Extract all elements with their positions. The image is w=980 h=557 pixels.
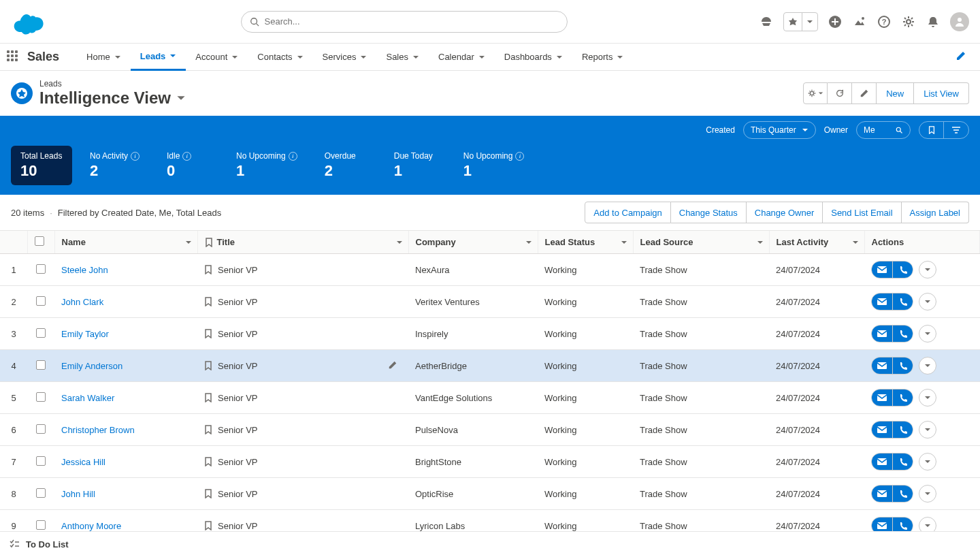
bookmark-icon[interactable] (204, 265, 212, 274)
nav-item-home[interactable]: Home (77, 44, 131, 71)
image-icon[interactable] (852, 14, 867, 29)
lead-name-link[interactable]: Emily Taylor (61, 329, 109, 339)
bookmark-icon[interactable] (204, 329, 212, 338)
bookmark-icon[interactable] (204, 393, 212, 402)
nav-item-calendar[interactable]: Calendar (429, 44, 495, 71)
email-button[interactable] (872, 357, 892, 374)
global-search[interactable] (241, 11, 568, 33)
nav-item-reports[interactable]: Reports (572, 44, 634, 71)
created-filter[interactable]: This Quarter (743, 121, 816, 139)
phone-button[interactable] (892, 325, 913, 342)
row-checkbox[interactable] (36, 520, 46, 530)
row-menu-button[interactable] (919, 325, 936, 343)
lead-name-link[interactable]: John Hill (61, 489, 95, 499)
col-last-activity[interactable]: Last Activity (769, 231, 864, 254)
nav-item-leads[interactable]: Leads (131, 44, 186, 71)
favorites-button[interactable] (783, 12, 818, 31)
row-menu-button[interactable] (919, 357, 936, 375)
metric-total-leads[interactable]: Total Leads10 (11, 146, 72, 185)
edit-nav-icon[interactable] (956, 50, 966, 63)
lead-name-link[interactable]: Christopher Brown (61, 425, 135, 435)
row-menu-button[interactable] (919, 421, 936, 439)
lead-name-link[interactable]: Jessica Hill (61, 457, 105, 467)
col-name[interactable]: Name (54, 231, 197, 254)
bookmark-icon[interactable] (204, 297, 212, 306)
nav-item-dashboards[interactable]: Dashboards (495, 44, 572, 71)
lead-name-link[interactable]: Steele John (61, 265, 108, 275)
bookmark-icon[interactable] (204, 425, 212, 434)
app-launcher-icon[interactable] (7, 50, 20, 64)
edit-list-button[interactable] (852, 82, 877, 104)
email-button[interactable] (872, 421, 892, 438)
add-to-campaign-button[interactable]: Add to Campaign (585, 202, 670, 223)
phone-button[interactable] (892, 421, 913, 438)
user-avatar[interactable] (950, 12, 969, 31)
salesforce-logo[interactable] (11, 8, 49, 35)
metric-idle[interactable]: Idlei0 (157, 146, 218, 185)
trailhead-icon[interactable] (759, 14, 774, 29)
row-checkbox[interactable] (36, 264, 46, 274)
col-select[interactable] (27, 231, 54, 254)
row-checkbox[interactable] (36, 360, 46, 370)
metric-no-upcoming[interactable]: No Upcomingi1 (454, 146, 534, 185)
add-icon[interactable] (828, 14, 843, 29)
bookmark-icon[interactable] (204, 457, 212, 466)
bookmark-icon[interactable] (204, 521, 212, 530)
col-company[interactable]: Company (408, 231, 538, 254)
phone-button[interactable] (892, 389, 913, 406)
list-settings-button[interactable] (803, 82, 828, 104)
email-button[interactable] (872, 486, 892, 502)
refresh-button[interactable] (828, 82, 852, 104)
phone-button[interactable] (892, 261, 913, 278)
row-checkbox[interactable] (36, 392, 46, 402)
col-title[interactable]: Title (197, 231, 408, 254)
owner-filter[interactable]: Me (856, 121, 911, 139)
row-menu-button[interactable] (919, 485, 936, 503)
row-checkbox[interactable] (36, 296, 46, 306)
row-checkbox[interactable] (36, 424, 46, 434)
page-title[interactable]: Intelligence View (39, 89, 186, 108)
nav-item-account[interactable]: Account (186, 44, 248, 71)
lead-name-link[interactable]: Emily Anderson (61, 361, 122, 371)
bookmark-view-button[interactable] (919, 122, 944, 138)
metric-no-activity[interactable]: No Activityi2 (80, 146, 149, 185)
metric-overdue[interactable]: Overdue2 (315, 146, 376, 185)
filter-view-button[interactable] (944, 122, 968, 138)
list-view-button[interactable]: List View (914, 82, 969, 104)
email-button[interactable] (872, 261, 892, 278)
todo-label[interactable]: To Do List (26, 539, 69, 550)
phone-button[interactable] (892, 293, 913, 310)
bookmark-icon[interactable] (204, 361, 212, 370)
edit-cell-icon[interactable] (388, 360, 397, 372)
row-menu-button[interactable] (919, 389, 936, 407)
star-icon[interactable] (784, 13, 802, 31)
col-lead-source[interactable]: Lead Source (633, 231, 769, 254)
assign-label-button[interactable]: Assign Label (902, 202, 969, 223)
row-checkbox[interactable] (36, 328, 46, 338)
nav-item-contacts[interactable]: Contacts (248, 44, 312, 71)
send-list-email-button[interactable]: Send List Email (823, 202, 901, 223)
row-menu-button[interactable] (919, 293, 936, 311)
lead-name-link[interactable]: John Clark (61, 297, 103, 307)
row-menu-button[interactable] (919, 261, 936, 278)
nav-item-sales[interactable]: Sales (376, 44, 429, 71)
row-checkbox[interactable] (36, 456, 46, 466)
email-button[interactable] (872, 389, 892, 406)
metric-due-today[interactable]: Due Today1 (385, 146, 446, 185)
setup-gear-icon[interactable] (901, 14, 916, 29)
col-lead-status[interactable]: Lead Status (538, 231, 633, 254)
lead-name-link[interactable]: Anthony Moore (61, 521, 121, 531)
new-button[interactable]: New (877, 82, 914, 104)
email-button[interactable] (872, 453, 892, 470)
favorites-dropdown[interactable] (802, 13, 817, 31)
email-button[interactable] (872, 293, 892, 310)
phone-button[interactable] (892, 486, 913, 502)
search-input[interactable] (265, 16, 559, 27)
select-all-checkbox[interactable] (35, 236, 44, 246)
phone-button[interactable] (892, 357, 913, 374)
row-checkbox[interactable] (36, 488, 46, 498)
change-owner-button[interactable]: Change Owner (747, 202, 823, 223)
nav-item-services[interactable]: Services (313, 44, 377, 71)
lead-name-link[interactable]: Sarah Walker (61, 393, 114, 403)
bookmark-icon[interactable] (204, 489, 212, 498)
